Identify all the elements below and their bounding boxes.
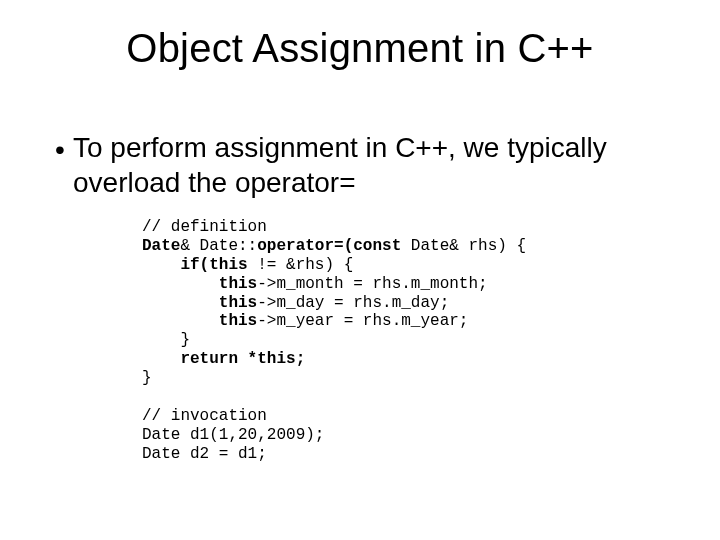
code-comment: // invocation xyxy=(142,407,267,425)
code-text: } xyxy=(142,369,152,387)
bullet-item: • To perform assignment in C++, we typic… xyxy=(55,130,675,200)
bullet-marker: • xyxy=(55,130,73,167)
code-comment: // definition xyxy=(142,218,267,236)
code-text: ->m_day = rhs.m_day; xyxy=(257,294,449,312)
code-kw: this xyxy=(219,294,257,312)
code-text xyxy=(142,312,219,330)
code-block: // definition Date& Date::operator=(cons… xyxy=(142,218,526,463)
code-kw: if(this xyxy=(180,256,247,274)
code-text xyxy=(142,350,180,368)
code-text: Date d1(1,20,2009); xyxy=(142,426,324,444)
code-text xyxy=(142,275,219,293)
code-text xyxy=(142,294,219,312)
code-kw: this xyxy=(219,275,257,293)
code-text: Date& rhs) { xyxy=(401,237,526,255)
code-kw: operator=(const xyxy=(257,237,401,255)
slide-title: Object Assignment in C++ xyxy=(0,26,720,71)
code-text: ->m_year = rhs.m_year; xyxy=(257,312,468,330)
code-text xyxy=(142,256,180,274)
bullet-text: To perform assignment in C++, we typical… xyxy=(73,130,675,200)
code-kw: this xyxy=(219,312,257,330)
code-kw: Date xyxy=(142,237,180,255)
code-text: & Date:: xyxy=(180,237,257,255)
code-text: ->m_month = rhs.m_month; xyxy=(257,275,487,293)
code-text: } xyxy=(142,331,190,349)
code-text: Date d2 = d1; xyxy=(142,445,267,463)
slide-body: • To perform assignment in C++, we typic… xyxy=(55,130,675,200)
code-kw: return *this; xyxy=(180,350,305,368)
code-text: != &rhs) { xyxy=(248,256,354,274)
slide: Object Assignment in C++ • To perform as… xyxy=(0,0,720,540)
